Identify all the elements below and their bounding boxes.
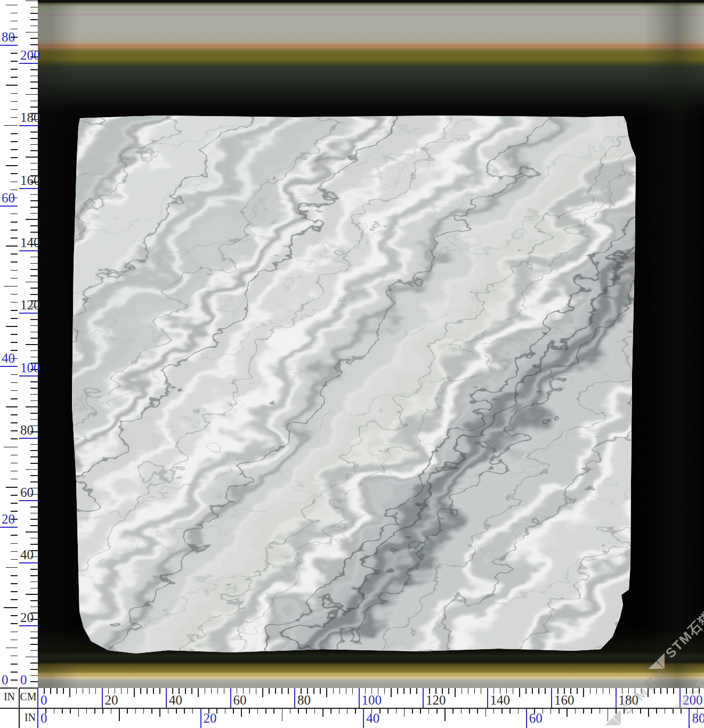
ruler-tick	[6, 85, 18, 86]
ruler-tick	[322, 708, 323, 717]
ruler-tick	[11, 479, 18, 480]
ruler-number: 0	[2, 673, 9, 687]
ruler-tick	[346, 688, 347, 694]
ruler-tick	[30, 413, 38, 414]
ruler-mark-line	[19, 250, 38, 251]
ruler-tick	[45, 708, 46, 714]
ruler-tick	[30, 632, 38, 633]
ruler-tick	[30, 338, 38, 339]
ruler-tick	[313, 688, 314, 694]
ruler-tick	[26, 94, 38, 95]
ruler-tick	[30, 150, 38, 151]
ruler-tick	[11, 511, 18, 512]
ruler-tick	[11, 230, 18, 231]
ruler-tick	[26, 219, 38, 220]
vertical-ruler-inches: 020406080	[0, 0, 18, 688]
ruler-tick	[506, 688, 507, 694]
ruler-tick	[30, 232, 38, 233]
ruler-mark-line	[37, 688, 38, 708]
ruler-tick	[673, 708, 674, 714]
ruler-tick	[30, 113, 38, 114]
ruler-number: 60	[233, 693, 247, 707]
ruler-tick	[534, 708, 535, 714]
ruler-tick	[6, 5, 18, 6]
ruler-tick	[115, 688, 116, 694]
ruler-mark-line	[294, 688, 295, 708]
ruler-tick	[83, 688, 84, 694]
ruler-tick	[30, 557, 38, 558]
ruler-tick	[11, 559, 18, 560]
ruler-tick	[265, 708, 266, 714]
ruler-tick	[11, 334, 18, 335]
ruler-tick	[4, 286, 18, 287]
ruler-tick	[608, 708, 609, 721]
ruler-tick	[635, 688, 636, 694]
ruler-tick	[30, 26, 38, 27]
ruler-tick	[30, 357, 38, 358]
ruler-tick	[257, 708, 258, 714]
ruler-tick	[30, 575, 38, 576]
ruler-mark-line	[230, 688, 231, 708]
ruler-tick	[30, 525, 38, 526]
ruler-tick	[198, 688, 199, 697]
ruler-tick	[30, 144, 38, 145]
ruler-tick	[11, 414, 18, 415]
ruler-tick	[208, 708, 209, 714]
ruler-tick	[30, 381, 38, 382]
ruler-mark-line	[200, 708, 201, 728]
ruler-tick	[339, 708, 340, 714]
ruler-tick	[30, 257, 38, 258]
ruler-tick	[44, 688, 45, 694]
ruler-tick	[452, 708, 454, 714]
ruler-tick	[30, 456, 38, 457]
ruler-tick	[365, 688, 366, 694]
ruler-tick	[11, 599, 18, 600]
ruler-tick	[30, 207, 38, 208]
ruler-tick	[11, 53, 18, 54]
ruler-tick	[11, 141, 18, 142]
ruler-tick	[551, 708, 552, 714]
ruler-tick	[557, 688, 559, 694]
ruler-tick	[63, 688, 64, 694]
ruler-tick	[30, 513, 38, 514]
ruler-tick	[30, 225, 38, 226]
ruler-tick	[11, 656, 18, 657]
ruler-tick	[30, 582, 38, 583]
ruler-tick	[667, 688, 668, 694]
ruler-tick	[6, 648, 18, 649]
ruler-tick	[54, 708, 55, 714]
ruler-tick	[30, 13, 38, 14]
ruler-number: 180	[619, 693, 639, 707]
ruler-tick	[609, 688, 610, 694]
ruler-tick	[30, 307, 38, 308]
ruler-tick	[30, 538, 38, 539]
ruler-tick	[11, 117, 18, 118]
ruler-tick	[30, 544, 38, 545]
ruler-tick	[176, 708, 177, 714]
ruler-tick	[30, 550, 38, 551]
ruler-tick	[509, 708, 511, 714]
ruler-tick	[211, 688, 212, 694]
ruler-tick	[30, 426, 38, 427]
ruler-mark-line	[679, 688, 681, 708]
ruler-tick	[30, 238, 38, 239]
ruler-tick	[30, 600, 38, 601]
ruler-tick	[225, 708, 226, 714]
ruler-tick	[11, 503, 18, 504]
ruler-tick	[30, 213, 38, 214]
ruler-tick	[11, 270, 18, 271]
ruler-number: 120	[426, 693, 446, 707]
ruler-tick	[384, 688, 385, 694]
ruler-number: 20	[105, 693, 118, 707]
ruler-tick	[11, 471, 18, 472]
ruler-tick	[591, 708, 592, 714]
ruler-tick	[11, 13, 18, 14]
ruler-tick	[11, 157, 18, 158]
ruler-tick	[30, 56, 38, 58]
ruler-tick	[11, 615, 18, 616]
ruler-tick	[477, 708, 478, 714]
ruler-tick	[30, 81, 38, 83]
ruler-tick	[11, 632, 18, 633]
ruler-tick	[30, 363, 38, 364]
ruler-tick	[290, 708, 291, 714]
